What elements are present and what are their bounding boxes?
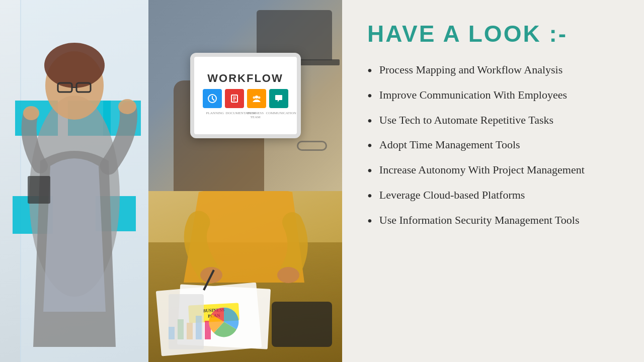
glasses-on-desk — [297, 141, 327, 151]
main-heading: HAVE A LOOK :- — [367, 20, 619, 47]
svg-point-16 — [258, 97, 260, 99]
bullet-item-1: Process Mapping and Workflow Analysis — [367, 62, 619, 80]
person-background — [0, 0, 148, 362]
bullet-text-6: Leverage Cloud-based Platforms — [379, 188, 619, 203]
svg-point-15 — [253, 97, 255, 99]
bullet-item-5: Increase Autonomy With Project Managemen… — [367, 162, 619, 180]
bullet-text-7: Use Information Security Management Tool… — [379, 213, 619, 228]
desk-image: BUSINESSPLAN — [148, 191, 342, 362]
calculator — [169, 294, 204, 349]
bullet-text-1: Process Mapping and Workflow Analysis — [379, 62, 619, 77]
workflow-icons-row — [203, 89, 288, 108]
desk-person-figure — [148, 191, 342, 294]
workflow-tablet: WORKFLOW PLANNING — [190, 53, 301, 138]
svg-point-7 — [23, 106, 39, 120]
bullet-item-2: Improve Communication With Employees — [367, 87, 619, 106]
bullet-item-3: Use Tech to Automate Repetitive Tasks — [367, 113, 619, 131]
bullet-list: Process Mapping and Workflow AnalysisImp… — [367, 62, 619, 238]
bullet-item-7: Use Information Security Management Tool… — [367, 213, 619, 231]
bullet-text-4: Adopt Time Management Tools — [379, 137, 619, 152]
workflow-label: WORKFLOW — [207, 72, 283, 85]
svg-rect-8 — [28, 176, 50, 204]
bullet-text-2: Improve Communication With Employees — [379, 87, 619, 103]
left-panel: WORKFLOW PLANNING — [0, 0, 342, 362]
workflow-icon-communication — [269, 89, 288, 108]
svg-point-2 — [44, 43, 105, 88]
svg-point-6 — [118, 99, 136, 114]
desk-tablet — [272, 302, 332, 347]
right-image-column: WORKFLOW PLANNING — [148, 0, 342, 362]
person-figure — [0, 20, 148, 362]
bullet-text-3: Use Tech to Automate Repetitive Tasks — [379, 113, 619, 128]
right-content-panel: HAVE A LOOK :- Process Mapping and Workf… — [342, 0, 644, 362]
bullet-item-4: Adopt Time Management Tools — [367, 137, 619, 155]
workflow-icon-documentation — [225, 89, 244, 108]
person-image-column — [0, 0, 148, 362]
workflow-icon-planning — [203, 89, 222, 108]
svg-point-14 — [255, 96, 258, 99]
workflow-image: WORKFLOW PLANNING — [148, 0, 342, 191]
bullet-text-5: Increase Autonomy With Project Managemen… — [379, 162, 619, 177]
svg-point-24 — [277, 267, 299, 283]
bullet-item-6: Leverage Cloud-based Platforms — [367, 188, 619, 206]
workflow-icon-team — [247, 89, 266, 108]
